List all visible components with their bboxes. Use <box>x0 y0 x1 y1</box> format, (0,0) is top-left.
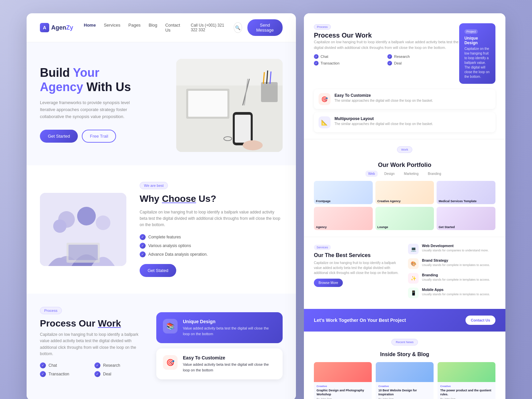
why-title: Why Choose Us? <box>140 193 283 204</box>
portfolio-item-2[interactable]: Creative Agency <box>375 181 434 204</box>
featured-badge: Project <box>465 29 478 34</box>
blog-author-1: By John Doe <box>317 397 369 399</box>
blog-author-2: By John Doe <box>378 397 431 399</box>
service-mobile-content: Mobile Apps Usually stands for complete … <box>422 288 490 297</box>
pf-check-3: ✓ <box>40 371 46 377</box>
svg-rect-7 <box>235 115 251 143</box>
process-header: Process Process Our Work Capitalize on l… <box>40 307 146 377</box>
portfolio-badge: Work <box>314 146 495 157</box>
tab-marketing[interactable]: Marketing <box>401 171 421 177</box>
navbar: A AgenZy Home Services Pages Blog Contac… <box>27 13 296 42</box>
why-content: We are best Why Choose Us? Capitalize on… <box>140 182 283 277</box>
nav-right: Call Us (+001) 321 322 332 🔍 Send Messag… <box>191 19 283 36</box>
unique-design-title: Unique Design <box>183 319 276 324</box>
logo-icon: A <box>40 23 49 32</box>
right-process-cards: 🎯 Easy To Customize The similar approach… <box>314 89 495 132</box>
blog-badge: Recent News <box>391 339 418 345</box>
tab-branding[interactable]: Branding <box>425 171 444 177</box>
browse-more-button[interactable]: Browse More <box>314 279 343 287</box>
right-features-grid: ✓Chat ✓Research ✓Transaction ✓Deal <box>314 54 459 66</box>
portfolio-item-4[interactable]: Agency <box>314 207 373 230</box>
portfolio-item-1[interactable]: Frontpage <box>314 181 373 204</box>
rf-deal: ✓Deal <box>387 61 459 66</box>
blog-content-1: Creative Graphic Design and Photography … <box>314 382 372 399</box>
send-message-button[interactable]: Send Message <box>247 19 283 36</box>
blog-title: Inside Story & Blog <box>314 351 495 357</box>
customize-desc: Value added activity beta test the digit… <box>183 362 276 373</box>
get-stated-button[interactable]: Get Stated <box>140 264 176 277</box>
hero-title: Build Your Agency With Us <box>40 66 163 94</box>
blog-author-3: By John Doe <box>440 397 493 399</box>
nav-home[interactable]: Home <box>84 23 96 33</box>
nav-blog[interactable]: Blog <box>149 23 157 33</box>
portfolio-label-1: Frontpage <box>316 200 331 203</box>
services-description: Capitalize on low hanging fruit to loop … <box>314 260 401 275</box>
blog-card-2[interactable]: Creative 10 Best Website Design for Insp… <box>376 362 434 399</box>
portfolio-item-6[interactable]: Get Started <box>437 207 495 230</box>
blog-card-3[interactable]: Creative The power product and the quoti… <box>438 362 495 399</box>
tab-design[interactable]: Design <box>382 171 397 177</box>
cta-button[interactable]: Contact Us <box>466 316 495 325</box>
nav-services[interactable]: Services <box>104 23 120 33</box>
r-card-customize: 🎯 Easy To Customize The similar approach… <box>314 89 495 109</box>
rf-chat: ✓Chat <box>314 54 385 59</box>
tab-web[interactable]: Web <box>365 171 377 177</box>
nav-pages[interactable]: Pages <box>128 23 141 33</box>
search-button[interactable]: 🔍 <box>234 22 242 33</box>
svg-point-20 <box>53 219 66 233</box>
blog-badge-wrap: Recent News <box>314 338 495 349</box>
right-process: Process Process Our Work Capitalize on l… <box>304 13 505 139</box>
process-section: Process Process Our Work Capitalize on l… <box>27 294 296 399</box>
r-check-3: ✓ <box>314 61 319 66</box>
branding-icon: ✨ <box>408 273 419 284</box>
service-web-content: Web Development Usually stands for compa… <box>422 244 489 253</box>
right-process-badge: Process <box>314 24 331 30</box>
feature-2: ✓Various analysis options <box>140 243 283 249</box>
desk-illustration <box>176 59 283 152</box>
check-icon-1: ✓ <box>140 234 146 240</box>
svg-point-8 <box>243 140 263 150</box>
r-card-icon-2: 📐 <box>319 116 331 128</box>
service-mobile: 📱 Mobile Apps Usually stands for complet… <box>408 288 495 298</box>
why-choose-section: We are best Why Choose Us? Capitalize on… <box>27 165 296 294</box>
portfolio-item-5[interactable]: Lounge <box>375 207 434 230</box>
blog-grid: Creative Graphic Design and Photography … <box>314 362 495 399</box>
pf-chat: ✓Chat <box>40 362 92 368</box>
check-icon-3: ✓ <box>140 251 146 257</box>
right-blog: Recent News Inside Story & Blog Creative… <box>304 332 505 399</box>
hero-content: Build Your Agency With Us Leverage frame… <box>40 59 163 143</box>
team-image <box>40 193 126 266</box>
portfolio-item-3[interactable]: Medical Services Template <box>437 181 495 204</box>
unique-design-icon: 📚 <box>163 319 178 333</box>
process-cards: 📚 Unique Design Value added activity bet… <box>156 312 283 387</box>
nav-contact[interactable]: Contact Us <box>165 23 180 33</box>
portfolio-tabs: Web Design Marketing Branding <box>314 171 495 177</box>
customize-icon: 🎯 <box>163 355 178 370</box>
web-dev-desc: Usually stands for companies to understa… <box>422 248 489 253</box>
featured-card-right: Project Unique Design Capitalize on the … <box>459 23 495 84</box>
web-dev-icon: 💻 <box>408 244 419 254</box>
featured-desc: Capitalize on the low hanging fruit to l… <box>465 47 490 79</box>
logo[interactable]: A AgenZy <box>40 23 73 32</box>
branding-desc: Usually stands for complete in templates… <box>422 278 490 282</box>
pf-check-4: ✓ <box>94 371 100 377</box>
blog-content-2: Creative 10 Best Website Design for Insp… <box>376 382 434 399</box>
free-trial-button[interactable]: Free Trail <box>82 130 116 143</box>
check-icon-2: ✓ <box>140 243 146 249</box>
blog-cat-2: Creative <box>378 385 431 388</box>
svg-rect-9 <box>261 82 278 102</box>
r-check-1: ✓ <box>314 54 319 59</box>
get-started-button[interactable]: Get Started <box>40 130 78 143</box>
r-card-title-2: Multipurpose Layout <box>334 116 433 121</box>
blog-content-3: Creative The power product and the quoti… <box>438 382 495 399</box>
call-info: Call Us (+001) 321 322 332 <box>191 23 228 32</box>
service-branding: ✨ Branding Usually stands for complete i… <box>408 273 495 284</box>
why-image <box>40 193 126 266</box>
branding-name: Branding <box>422 273 490 277</box>
svg-point-18 <box>77 207 96 225</box>
brand-strategy-name: Brand Strategy <box>422 258 490 262</box>
blog-card-1[interactable]: Creative Graphic Design and Photography … <box>314 362 372 399</box>
r-check-2: ✓ <box>387 54 392 59</box>
portfolio-label-6: Get Started <box>439 225 455 229</box>
blog-name-3: The power product and the quotient rules… <box>440 389 493 396</box>
